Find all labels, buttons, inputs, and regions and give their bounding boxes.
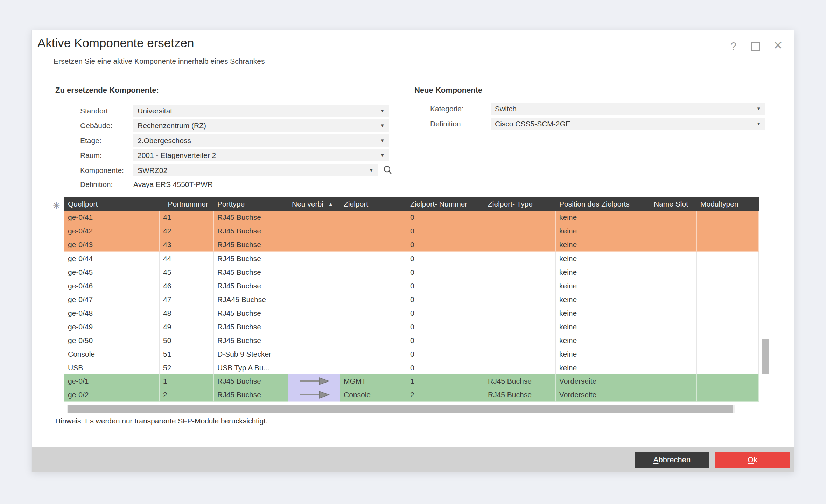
table-cell	[650, 238, 697, 252]
table-cell	[340, 252, 396, 265]
table-row[interactable]: ge-0/4343RJ45 Buchse0keine	[64, 238, 759, 252]
table-cell	[650, 279, 697, 293]
table-row[interactable]: ge-0/4848RJ45 Buchse0keine	[64, 306, 759, 320]
kategorie-label: Kategorie:	[430, 105, 464, 113]
table-cell	[288, 374, 340, 388]
ok-button[interactable]: Ok	[715, 452, 790, 468]
table-cell: 0	[396, 361, 484, 374]
column-header-portnummer[interactable]: Portnummer	[160, 197, 214, 211]
raum-label: Raum:	[80, 151, 102, 160]
table-cell	[697, 252, 759, 265]
table-cell	[484, 265, 556, 279]
table-cell: keine	[556, 334, 650, 347]
table-cell	[697, 306, 759, 320]
search-icon[interactable]	[383, 165, 393, 175]
table-cell: 41	[160, 211, 214, 224]
column-header-zielport[interactable]: Zielport	[340, 197, 396, 211]
horizontal-scrollbar-thumb[interactable]	[68, 405, 733, 413]
table-cell: keine	[556, 347, 650, 361]
table-row[interactable]: ge-0/4949RJ45 Buchse0keine	[64, 320, 759, 334]
table-cell: keine	[556, 211, 650, 224]
chevron-down-icon: ▼	[369, 168, 373, 173]
gebaeude-dropdown[interactable]: Rechenzentrum (RZ) ▼	[133, 119, 389, 132]
table-cell	[650, 224, 697, 238]
table-cell	[288, 361, 340, 374]
horizontal-scrollbar[interactable]	[67, 405, 735, 413]
vertical-scrollbar-thumb[interactable]	[762, 339, 769, 374]
table-cell: 2	[160, 388, 214, 402]
table-cell	[288, 279, 340, 293]
table-cell: RJ45 Buchse	[214, 238, 288, 252]
column-header-modultypen[interactable]: Modultypen	[697, 197, 759, 211]
chevron-down-icon: ▼	[380, 108, 385, 113]
close-button[interactable]: ✕	[773, 40, 783, 51]
column-header-zielport-nummer[interactable]: Zielport- Nummer	[396, 197, 484, 211]
table-cell: keine	[556, 306, 650, 320]
column-header-name-slot[interactable]: Name Slot	[650, 197, 697, 211]
table-cell: 48	[160, 306, 214, 320]
column-header-porttype[interactable]: Porttype	[214, 197, 288, 211]
table-cell	[484, 361, 556, 374]
table-cell: ge-0/42	[64, 224, 160, 238]
table-row[interactable]: ge-0/11RJ45 BuchseMGMT1RJ45 BuchseVorder…	[64, 374, 759, 388]
column-header-position-des-zielports[interactable]: Position des Zielports	[556, 197, 650, 211]
table-cell: Console	[340, 388, 396, 402]
table-row[interactable]: ge-0/22RJ45 BuchseConsole2RJ45 BuchseVor…	[64, 388, 759, 402]
table-row[interactable]: USB52USB Typ A Bu...0keine	[64, 361, 759, 374]
table-cell	[340, 361, 396, 374]
table-cell: ge-0/41	[64, 211, 160, 224]
column-header-neu-verbi[interactable]: Neu verbi▲	[288, 197, 340, 211]
table-cell	[288, 211, 340, 224]
raum-dropdown[interactable]: 2001 - Etagenverteiler 2 ▼	[133, 149, 389, 161]
table-cell: 0	[396, 238, 484, 252]
standort-dropdown[interactable]: Universität ▼	[133, 105, 389, 117]
table-cell: ge-0/44	[64, 252, 160, 265]
table-cell	[288, 293, 340, 306]
table-cell	[288, 334, 340, 347]
table-row[interactable]: ge-0/4444RJ45 Buchse0keine	[64, 252, 759, 265]
table-row[interactable]: ge-0/4545RJ45 Buchse0keine	[64, 265, 759, 279]
table-cell: RJ45 Buchse	[214, 374, 288, 388]
table-cell	[484, 347, 556, 361]
column-header-quellport[interactable]: Quellport	[64, 197, 160, 211]
table-row[interactable]: ge-0/4646RJ45 Buchse0keine	[64, 279, 759, 293]
table-cell	[340, 306, 396, 320]
table-row[interactable]: Console51D-Sub 9 Stecker0keine	[64, 347, 759, 361]
dialog-title: Aktive Komponente ersetzen	[37, 36, 194, 50]
table-cell: keine	[556, 279, 650, 293]
table-cell	[340, 265, 396, 279]
table-cell	[697, 361, 759, 374]
table-cell: 46	[160, 279, 214, 293]
komponente-dropdown[interactable]: SWRZ02 ▼	[133, 164, 378, 176]
table-cell	[288, 224, 340, 238]
table-cell: USB Typ A Bu...	[214, 361, 288, 374]
table-row[interactable]: ge-0/4747RJA45 Buchse0keine	[64, 293, 759, 306]
table-cell: RJ45 Buchse	[214, 265, 288, 279]
maximize-button[interactable]	[751, 42, 760, 51]
cancel-button[interactable]: Abbrechen	[635, 452, 709, 468]
table-cell	[288, 252, 340, 265]
table-cell: D-Sub 9 Stecker	[214, 347, 288, 361]
table-cell: 45	[160, 265, 214, 279]
definition-label: Definition:	[80, 180, 113, 189]
kategorie-dropdown[interactable]: Switch ▼	[491, 103, 765, 115]
table-cell: 0	[396, 252, 484, 265]
table-cell: 0	[396, 224, 484, 238]
table-cell	[288, 347, 340, 361]
table-cell: Vorderseite	[556, 374, 650, 388]
etage-dropdown[interactable]: 2.Obergeschoss ▼	[133, 134, 389, 147]
table-cell: 1	[160, 374, 214, 388]
new-definition-dropdown[interactable]: Cisco CSS5-SCM-2GE ▼	[491, 118, 765, 130]
table-cell: RJA45 Buchse	[214, 293, 288, 306]
table-row[interactable]: ge-0/4141RJ45 Buchse0keine	[64, 211, 759, 224]
table-cell	[697, 293, 759, 306]
definition-value: Avaya ERS 4550T-PWR	[133, 180, 213, 189]
chevron-down-icon: ▼	[380, 153, 385, 158]
table-row[interactable]: ge-0/5050RJ45 Buchse0keine	[64, 334, 759, 347]
table-row[interactable]: ge-0/4242RJ45 Buchse0keine	[64, 224, 759, 238]
help-button[interactable]: ?	[730, 40, 736, 53]
table-cell: RJ45 Buchse	[214, 306, 288, 320]
chevron-down-icon: ▼	[380, 123, 385, 128]
column-header-zielport-type[interactable]: Zielport- Type	[484, 197, 556, 211]
table-cell: keine	[556, 265, 650, 279]
